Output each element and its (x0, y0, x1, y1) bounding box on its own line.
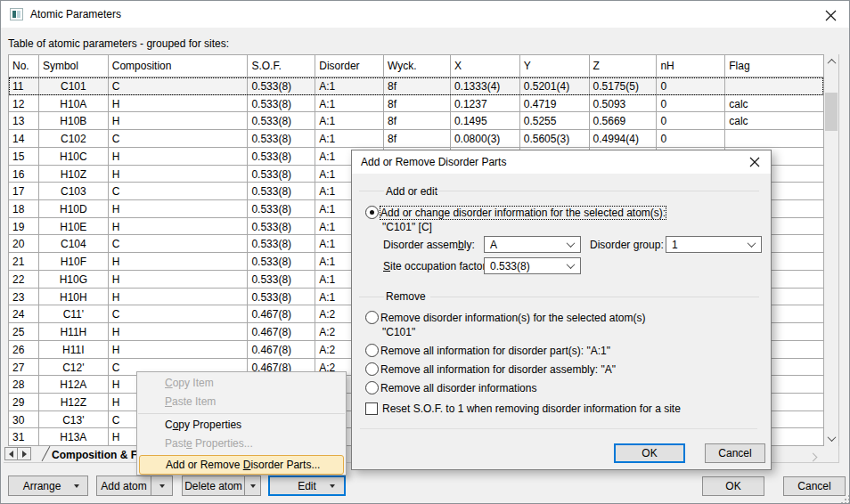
scroll-down-icon[interactable] (824, 431, 839, 446)
table-cell[interactable]: C102 (39, 130, 109, 147)
table-cell[interactable]: C103 (39, 183, 109, 199)
table-cell[interactable]: 21 (9, 253, 39, 270)
table-cell[interactable]: 0.533(8) (248, 271, 315, 288)
table-cell[interactable]: 0.533(8) (248, 253, 315, 270)
dialog-close-icon[interactable] (744, 154, 765, 170)
table-cell[interactable]: 8f (384, 95, 451, 112)
menu-item[interactable]: Add or Remove Disorder Parts... (139, 455, 344, 475)
table-cell[interactable]: H10Z (39, 166, 109, 183)
table-cell[interactable] (725, 77, 823, 94)
table-cell[interactable]: 0 (657, 130, 725, 147)
table-cell[interactable]: 19 (9, 218, 39, 235)
add-atom-button[interactable]: Add atom (97, 476, 151, 495)
table-cell[interactable]: 14 (9, 130, 39, 147)
delete-atom-dropdown[interactable] (244, 476, 260, 495)
table-cell[interactable]: 15 (9, 148, 39, 165)
vertical-scrollbar[interactable] (824, 54, 839, 446)
arrange-button[interactable]: Arrange (8, 476, 88, 496)
add-atom-dropdown[interactable] (151, 476, 172, 495)
ok-button[interactable]: OK (702, 476, 764, 496)
table-cell[interactable]: H11H (39, 323, 109, 340)
column-header[interactable]: nH (657, 55, 725, 77)
menu-item[interactable]: Paste Properties... (137, 435, 346, 453)
tab-scroll-left-icon[interactable] (4, 447, 18, 460)
table-cell[interactable]: 0 (657, 112, 725, 129)
table-cell[interactable]: H10D (39, 200, 109, 217)
column-header[interactable]: Y (520, 55, 590, 77)
table-cell[interactable]: calc (725, 95, 823, 112)
table-cell[interactable]: H (109, 218, 249, 235)
table-cell[interactable]: 16 (9, 166, 39, 183)
table-cell[interactable]: 0.467(8) (248, 341, 315, 358)
table-cell[interactable]: A:1 (315, 95, 384, 112)
table-cell[interactable]: 0.4719 (520, 95, 590, 112)
table-cell[interactable]: 0.0800(3) (451, 130, 520, 147)
table-cell[interactable]: C12' (39, 359, 109, 376)
table-cell[interactable]: C (109, 305, 249, 322)
column-header[interactable]: Z (590, 55, 658, 77)
table-cell[interactable]: 13 (9, 112, 39, 129)
tab-composition[interactable]: Composition & F (52, 449, 137, 461)
scroll-up-icon[interactable] (824, 54, 839, 69)
table-cell[interactable]: C (109, 183, 249, 199)
table-cell[interactable]: 0.533(8) (248, 95, 315, 112)
table-cell[interactable]: 0.533(8) (248, 289, 315, 305)
column-header[interactable]: Disorder (315, 55, 384, 77)
radio-remove-assembly[interactable] (365, 362, 379, 376)
table-cell[interactable]: 0 (657, 77, 725, 94)
close-icon[interactable] (819, 7, 842, 23)
table-cell[interactable]: H (109, 148, 249, 165)
table-cell[interactable]: H (109, 112, 249, 129)
disorder-group-select[interactable]: 1 (666, 236, 762, 253)
menu-item[interactable]: Paste Item (137, 393, 346, 411)
sof-select[interactable]: 0.533(8) (484, 257, 581, 274)
table-cell[interactable]: C (109, 130, 249, 147)
table-cell[interactable]: 0.533(8) (248, 183, 315, 199)
table-cell[interactable]: 0.1333(4) (451, 77, 520, 94)
table-cell[interactable]: 8f (384, 112, 451, 129)
radio-remove-atom[interactable] (365, 311, 379, 324)
table-cell[interactable]: 0.5201(4) (520, 77, 590, 94)
table-cell[interactable]: H (109, 200, 249, 217)
radio-remove-atom-label[interactable]: Remove disorder information(s) for the s… (380, 312, 645, 324)
table-cell[interactable]: 25 (9, 323, 39, 340)
table-cell[interactable]: H (109, 166, 249, 183)
tab-scroll-right-icon[interactable] (18, 447, 31, 460)
reset-sof-label[interactable]: Reset S.O.F. to 1 when removing disorder… (382, 402, 681, 415)
scrollbar-thumb[interactable] (825, 93, 838, 131)
column-header[interactable]: S.O.F. (248, 55, 315, 77)
table-cell[interactable] (725, 130, 823, 147)
table-row[interactable]: 12H10AH0.533(8)A:18f0.12370.47190.50930c… (9, 95, 823, 113)
table-cell[interactable]: 0.533(8) (248, 200, 315, 217)
table-cell[interactable]: H10B (39, 112, 109, 129)
table-cell[interactable]: H10H (39, 289, 109, 305)
table-cell[interactable]: 29 (9, 394, 39, 411)
table-cell[interactable]: H10A (39, 95, 109, 112)
radio-add-disorder-label[interactable]: Add or change disorder information for t… (380, 207, 666, 219)
table-cell[interactable]: 22 (9, 271, 39, 288)
table-cell[interactable]: 12 (9, 95, 39, 112)
column-header[interactable]: Symbol (39, 55, 109, 77)
dialog-ok-button[interactable]: OK (614, 443, 685, 463)
table-row[interactable]: 14C102C0.533(8)A:18f0.0800(3)0.5605(3)0.… (9, 130, 823, 148)
radio-remove-all[interactable] (365, 381, 379, 394)
table-cell[interactable]: H12A (39, 376, 109, 393)
column-header[interactable]: Composition (109, 55, 249, 77)
table-cell[interactable]: 0.1495 (451, 112, 520, 129)
edit-button[interactable]: Edit (268, 476, 346, 496)
table-cell[interactable]: 31 (9, 428, 39, 445)
table-cell[interactable]: 30 (9, 411, 39, 428)
table-cell[interactable]: 23 (9, 289, 39, 305)
table-cell[interactable]: 0 (657, 95, 725, 112)
table-cell[interactable]: H (109, 289, 249, 305)
table-cell[interactable]: 0.533(8) (248, 235, 315, 252)
table-cell[interactable]: 0.5255 (520, 112, 590, 129)
table-cell[interactable]: 0.5175(5) (590, 77, 658, 94)
column-header[interactable]: X (451, 55, 520, 77)
cancel-button[interactable]: Cancel (783, 476, 846, 496)
table-cell[interactable]: 8f (384, 77, 451, 94)
table-cell[interactable]: 0.533(8) (248, 77, 315, 94)
table-cell[interactable]: H11I (39, 341, 109, 358)
table-cell[interactable]: 0.5605(3) (520, 130, 590, 147)
radio-add-disorder[interactable] (365, 206, 379, 219)
